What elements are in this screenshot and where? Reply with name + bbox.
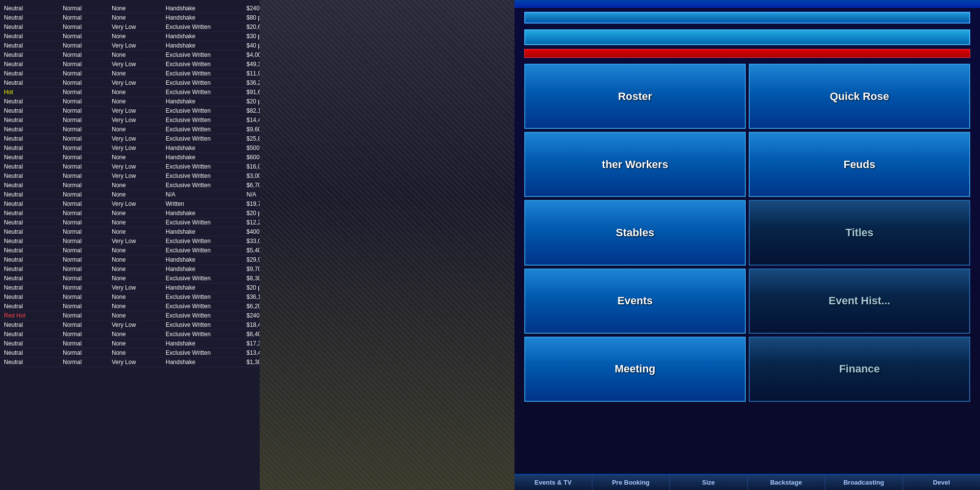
- cell-momentum: Neutral: [4, 126, 63, 133]
- table-row: Neutral Normal Very Low Exclusive Writte…: [0, 116, 260, 125]
- cell-fatigue: Very Low: [112, 321, 166, 328]
- cell-pay: $20 per: [246, 284, 260, 291]
- cell-fatigue: None: [112, 154, 166, 161]
- cell-pay: $13,400: [246, 349, 260, 356]
- cell-momentum: Neutral: [4, 14, 63, 21]
- cell-fatigue: None: [112, 228, 166, 235]
- cell-pay: $9,700 p: [246, 266, 260, 272]
- tab-size[interactable]: Size: [670, 475, 748, 490]
- cell-momentum: Neutral: [4, 303, 63, 310]
- table-row: Neutral Normal None Exclusive Written $9…: [0, 125, 260, 134]
- tab-events-&-tv[interactable]: Events & TV: [514, 475, 592, 490]
- next-day-button[interactable]: [524, 29, 970, 45]
- cell-momentum: Neutral: [4, 340, 63, 347]
- table-row: Red Hot Normal None Exclusive Written $2…: [0, 311, 260, 320]
- table-row: Neutral Normal Very Low Exclusive Writte…: [0, 320, 260, 330]
- cell-pay: $3,000 p: [246, 172, 260, 179]
- cell-morale: Normal: [63, 135, 112, 142]
- nav-btn-ther-workers[interactable]: ther Workers: [524, 132, 746, 197]
- cell-fatigue: Very Low: [112, 284, 166, 291]
- table-row: Neutral Normal None Handshake $29,900: [0, 255, 260, 265]
- cell-momentum: Neutral: [4, 163, 63, 170]
- cell-pay: $25,800: [246, 135, 260, 142]
- cell-pay: $91,600: [246, 89, 260, 96]
- cell-pay: $240,100: [246, 312, 260, 319]
- cell-contract: Handshake: [166, 359, 246, 366]
- nav-btn-label: Feuds: [844, 158, 876, 171]
- cell-pay: $19,700: [246, 200, 260, 207]
- cell-momentum: Neutral: [4, 145, 63, 151]
- table-row: Neutral Normal None Exclusive Written $8…: [0, 274, 260, 283]
- nav-btn-titles[interactable]: Titles: [749, 200, 970, 265]
- status-bar: [524, 49, 970, 58]
- cell-contract: Handshake: [166, 98, 246, 105]
- cell-fatigue: None: [112, 340, 166, 347]
- cell-morale: Normal: [63, 70, 112, 77]
- cell-momentum: Neutral: [4, 61, 63, 68]
- cell-fatigue: None: [112, 191, 166, 198]
- nav-btn-quick-rose[interactable]: Quick Rose: [749, 64, 970, 129]
- cell-pay: $14,400: [246, 117, 260, 123]
- cell-momentum: Neutral: [4, 79, 63, 86]
- cell-pay: $1,300 p: [246, 359, 260, 366]
- cell-pay: $82,100: [246, 107, 260, 114]
- roster-overlay-text: [265, 39, 514, 45]
- cell-fatigue: None: [112, 98, 166, 105]
- nav-btn-label: Events: [617, 294, 653, 307]
- nav-btn-label: ther Workers: [602, 158, 668, 171]
- nav-btn-roster[interactable]: Roster: [524, 64, 746, 129]
- tab-backstage[interactable]: Backstage: [748, 475, 826, 490]
- cell-morale: Normal: [63, 266, 112, 272]
- table-row: Neutral Normal Very Low Exclusive Writte…: [0, 78, 260, 88]
- crowd-background: [260, 0, 514, 490]
- nav-btn-feuds[interactable]: Feuds: [749, 132, 970, 197]
- nav-btn-meeting[interactable]: Meeting: [524, 337, 746, 402]
- nav-btn-label: Quick Rose: [830, 90, 889, 103]
- cell-momentum: Neutral: [4, 51, 63, 58]
- table-row: Neutral Normal None Exclusive Written $5…: [0, 246, 260, 255]
- cell-contract: Exclusive Written: [166, 321, 246, 328]
- cell-fatigue: None: [112, 256, 166, 263]
- cell-morale: Normal: [63, 331, 112, 338]
- cell-fatigue: Very Low: [112, 117, 166, 123]
- user-button[interactable]: [524, 12, 970, 24]
- cell-morale: Normal: [63, 294, 112, 300]
- nav-btn-label: Meeting: [614, 363, 655, 375]
- cell-morale: Normal: [63, 145, 112, 151]
- cell-momentum: Neutral: [4, 238, 63, 245]
- cell-momentum: Neutral: [4, 70, 63, 77]
- cell-fatigue: None: [112, 247, 166, 254]
- nav-btn-event-hist...[interactable]: Event Hist...: [749, 269, 970, 334]
- cell-pay: $49,300: [246, 61, 260, 68]
- tab-pre-booking[interactable]: Pre Booking: [592, 475, 670, 490]
- nav-btn-events[interactable]: Events: [524, 269, 746, 334]
- cell-fatigue: Very Low: [112, 135, 166, 142]
- tab-broadcasting[interactable]: Broadcasting: [825, 475, 903, 490]
- cell-contract: Exclusive Written: [166, 219, 246, 226]
- cell-pay: $240 per: [246, 5, 260, 12]
- cell-pay: $16,000: [246, 163, 260, 170]
- cell-contract: Exclusive Written: [166, 303, 246, 310]
- table-row: Neutral Normal None Exclusive Written $1…: [0, 69, 260, 78]
- cell-momentum: Neutral: [4, 135, 63, 142]
- cell-pay: $18,400: [246, 321, 260, 328]
- nav-btn-label: Titles: [845, 226, 873, 239]
- nav-btn-stables[interactable]: Stables: [524, 200, 746, 265]
- cell-contract: Handshake: [166, 284, 246, 291]
- cell-momentum: Neutral: [4, 24, 63, 30]
- table-row: Neutral Normal None Exclusive Written $1…: [0, 348, 260, 358]
- tab-devel[interactable]: Devel: [903, 475, 980, 490]
- cell-fatigue: Very Low: [112, 42, 166, 49]
- cell-momentum: Neutral: [4, 349, 63, 356]
- cell-pay: $33,000: [246, 238, 260, 245]
- cell-morale: Normal: [63, 5, 112, 12]
- cell-momentum: Neutral: [4, 275, 63, 282]
- cell-morale: Normal: [63, 51, 112, 58]
- nav-btn-finance[interactable]: Finance: [749, 337, 970, 402]
- cell-pay: $9,600 p: [246, 126, 260, 133]
- cell-contract: Handshake: [166, 256, 246, 263]
- cell-momentum: Neutral: [4, 117, 63, 123]
- cell-momentum: Neutral: [4, 5, 63, 12]
- cell-pay: $11,900: [246, 70, 260, 77]
- roster-table-body: Neutral Normal None Handshake $240 per N…: [0, 4, 260, 367]
